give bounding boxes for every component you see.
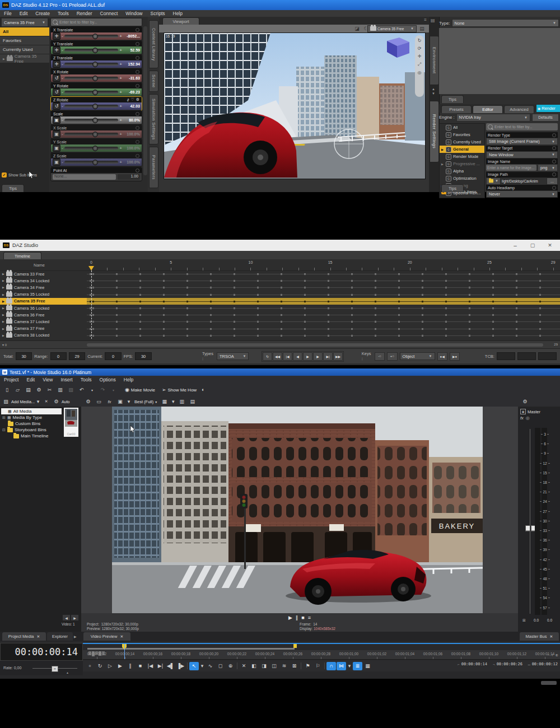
video-preview-frame[interactable]: BAKERY — [112, 407, 483, 613]
daz-menu-scripts[interactable]: Scripts — [147, 10, 169, 17]
dropdown-icon[interactable]: ▾ — [126, 398, 132, 406]
parameter-options-icon[interactable] — [136, 126, 139, 130]
parameter-link-icon[interactable]: ∂ — [127, 98, 129, 102]
prev-frame-icon[interactable]: ◀ — [293, 352, 302, 361]
time-ruler[interactable]: − ＋ ⊕ 00:00:00;1200:00:00;1400:00:00;160… — [83, 650, 560, 660]
next-page-button[interactable]: ▶ — [71, 615, 78, 620]
types-dropdown[interactable]: TRSOA▼ — [217, 352, 249, 360]
parameter-options-icon[interactable] — [136, 154, 139, 158]
track-keyframes[interactable] — [87, 318, 560, 325]
timeline-track-row[interactable]: ▶Camera 34 Locked — [0, 277, 560, 284]
new-project-icon[interactable]: ▯ — [2, 386, 12, 394]
redo-dropdown-icon[interactable]: ▾ — [109, 386, 118, 394]
timeline-track-row[interactable]: ▶Camera 34 Free — [0, 284, 560, 291]
timeline-track-row[interactable]: ▶Camera 33 Free — [0, 270, 560, 277]
tab-scroll-right-icon[interactable]: ▶ — [74, 634, 77, 638]
media-tree-main-timeline[interactable]: Main Timeline — [1, 433, 62, 439]
parameter-slider-track[interactable] — [64, 63, 119, 66]
step-back-icon[interactable]: ◀▌ — [166, 662, 175, 670]
parameter-slider-track[interactable] — [64, 105, 119, 108]
tab-project-media[interactable]: Project Media✕ — [2, 632, 46, 641]
mixer-settings-icon[interactable]: ⚙ — [520, 398, 530, 406]
timeline-track-row[interactable]: ▶Camera 36 Free — [0, 311, 560, 318]
add-key-icon[interactable]: +○ — [387, 352, 397, 361]
ms-menu-edit[interactable]: Edit — [22, 376, 39, 383]
tab-parameters[interactable]: Parameters — [149, 147, 158, 188]
envelope-tool-icon[interactable]: ∿ — [206, 662, 215, 670]
open-project-icon[interactable]: ▱ — [13, 386, 22, 394]
rs-category-alpha[interactable]: GAlpha — [440, 167, 484, 175]
decrement-icon[interactable]: - — [62, 104, 63, 109]
scene-list-item-all[interactable]: All — [0, 27, 49, 36]
rs-tab-presets[interactable]: Presets — [441, 105, 472, 113]
tool-dropdown-icon[interactable]: ▾ — [199, 662, 205, 670]
media-thumbnail[interactable]: Car00 — [64, 408, 78, 437]
scene-list-item-camera-35-free[interactable]: ▶Camera 35 Free — [0, 54, 49, 63]
dropdown-icon[interactable]: ▾ — [35, 398, 41, 406]
snapshot-icon[interactable]: ▣ — [115, 398, 125, 406]
viewport-tab[interactable]: Viewport — [162, 17, 199, 25]
parameter-slider-track[interactable] — [64, 77, 119, 80]
tree-expand-icon[interactable]: ⊞ — [2, 416, 6, 420]
daz-menu-window[interactable]: Window — [122, 10, 146, 17]
track-keyframes[interactable] — [87, 311, 560, 318]
close-icon[interactable]: ✕ — [550, 634, 553, 639]
expand-arrow-icon[interactable]: ▶ — [2, 334, 4, 337]
rs-category-all[interactable]: GAll — [440, 124, 484, 131]
decrement-icon[interactable]: - — [62, 34, 63, 39]
parameter-options-icon[interactable] — [136, 42, 139, 46]
folder-dropdown[interactable]: ▼ — [486, 178, 501, 185]
rs-category-favorites[interactable]: GFavorites — [440, 131, 484, 138]
timeline-title-bar[interactable]: DS DAZ Studio – ▢ ✕ — [0, 240, 560, 251]
increment-icon[interactable]: + — [119, 76, 122, 81]
make-movie-button[interactable]: ◉Make Movie — [125, 387, 155, 393]
parameter-x-rotate[interactable]: X Rotate↺-+-31.63 — [50, 68, 142, 83]
daz-menu-tools[interactable]: Tools — [54, 10, 73, 17]
selection-end-marker[interactable] — [293, 644, 297, 648]
go-to-end-icon[interactable]: ▶| — [156, 662, 165, 670]
track-keyframes[interactable] — [87, 291, 560, 298]
dock-pin-icon[interactable]: ▤ — [431, 18, 435, 23]
camera-select-dropdown[interactable]: Camera 35 Free▼ — [1, 18, 48, 27]
play-icon[interactable]: ▶ — [115, 662, 125, 670]
current-value[interactable]: 0 — [105, 352, 121, 360]
parameter-options-icon[interactable] — [136, 84, 139, 88]
paste-icon[interactable]: ▧ — [66, 386, 76, 394]
next-frame-icon[interactable]: ▶ — [313, 352, 323, 361]
expand-arrow-icon[interactable]: ▶ — [2, 272, 4, 276]
timeline-track-row[interactable]: ▶Camera 35 Free — [0, 298, 560, 305]
stop-icon[interactable]: ■ — [136, 662, 145, 670]
expand-arrow-icon[interactable]: ▶ — [2, 286, 4, 289]
device-icon[interactable]: ▦ — [363, 662, 372, 670]
orbit-icon[interactable]: ↻ — [418, 38, 422, 43]
step-forward-icon[interactable]: ▐▶ — [176, 662, 185, 670]
master-fader-track[interactable] — [530, 429, 530, 614]
ms-menu-tools[interactable]: Tools — [77, 376, 96, 383]
decrement-icon[interactable]: - — [62, 146, 63, 151]
browse-button[interactable]: ... — [547, 178, 558, 185]
window-resize-grip[interactable] — [541, 681, 557, 685]
timeline-scrollbar[interactable] — [87, 343, 543, 347]
scene-list-item-favorites[interactable]: Favorites — [0, 36, 49, 45]
go-to-start-icon[interactable]: |◀ — [146, 662, 155, 670]
defaults-button[interactable]: Defaults — [532, 114, 559, 122]
minimize-button[interactable]: – — [508, 242, 522, 249]
dropdown-icon[interactable]: ▾ — [170, 398, 176, 406]
rs-filter-field[interactable]: Enter text to filter by... — [486, 123, 558, 130]
timeline-playhead-line[interactable] — [124, 644, 125, 659]
parameter-slider-knob[interactable] — [92, 160, 98, 165]
parameter-y-translate[interactable]: Y Translate✛-+52.59 — [50, 40, 142, 55]
track-keyframes[interactable] — [87, 298, 560, 305]
tcb-value[interactable] — [538, 352, 557, 360]
tab-video-preview[interactable]: Video Preview✕ — [83, 632, 130, 641]
rs-category-optimization[interactable]: GOptimization — [440, 175, 484, 182]
scroll-down-icon[interactable]: ▼ — [432, 92, 435, 95]
parameter-slider-track[interactable] — [64, 133, 119, 136]
split-icon[interactable]: ◫ — [269, 662, 279, 670]
range-value[interactable]: 29 — [69, 352, 85, 360]
fps-value[interactable]: 30 — [135, 352, 151, 360]
parameter-x-scale[interactable]: X Scale▣-+100.0% — [50, 124, 142, 139]
expand-arrow-icon[interactable]: ▶ — [2, 279, 4, 282]
parameter-slider-track[interactable] — [64, 91, 119, 94]
parameter-slider-knob[interactable] — [92, 90, 98, 95]
